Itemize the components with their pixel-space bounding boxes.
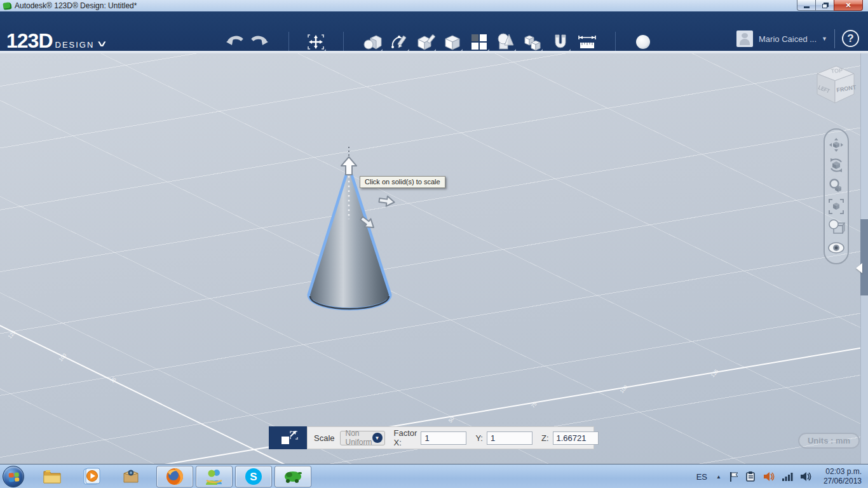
taskbar-box-app[interactable] (118, 466, 144, 487)
toolbar-separator (288, 32, 289, 51)
toolbar-separator (615, 32, 616, 51)
speaker-icon[interactable] (799, 471, 812, 482)
pattern-button[interactable] (468, 30, 491, 53)
pattern-icon (471, 34, 487, 50)
toolbar-separator (343, 32, 344, 51)
grid-lines (0, 53, 868, 464)
combine-button[interactable] (494, 30, 517, 53)
move-icon (307, 32, 325, 51)
selected-cone-solid[interactable] (292, 143, 419, 321)
modify-button[interactable] (441, 30, 464, 53)
undo-icon (226, 34, 245, 50)
sphere-icon (635, 34, 651, 50)
factor-x-input[interactable] (421, 431, 466, 445)
avatar (736, 30, 753, 47)
window-title: Autodesk® 123D® Design: Untitled* (15, 1, 137, 10)
factor-z-label: Z: (541, 433, 549, 443)
redo-icon (250, 34, 269, 50)
taskbar-skype[interactable]: S (235, 466, 272, 487)
network-signal-icon[interactable] (782, 471, 793, 482)
minimize-button[interactable] (797, 0, 816, 11)
primitives-button[interactable] (361, 30, 384, 53)
main-toolbar: 123D DESIGN ˅ (0, 11, 868, 51)
sketch-icon (390, 33, 408, 51)
navigation-toolbar (824, 128, 849, 264)
factor-z-input[interactable] (553, 431, 599, 445)
app-icon (3, 2, 11, 10)
windows-taskbar: S ES ▲ (0, 464, 868, 488)
visibility-eye-icon[interactable] (827, 238, 846, 258)
taskbar-123d-design[interactable] (275, 466, 311, 487)
taskbar-messenger[interactable] (196, 466, 233, 487)
fit-icon[interactable] (827, 196, 846, 217)
pan-icon[interactable] (827, 135, 846, 155)
user-name: Mario Caiced ... (759, 34, 817, 44)
factor-x-label: Factor X: (394, 428, 417, 447)
undo-button[interactable] (224, 30, 247, 53)
action-center-flag-icon[interactable] (729, 471, 739, 482)
scale-tool-button[interactable] (269, 426, 307, 449)
orbit-icon[interactable] (827, 155, 846, 175)
units-button[interactable]: Units : mm (798, 433, 860, 449)
firefox-icon (165, 467, 184, 486)
redo-button[interactable] (248, 30, 271, 53)
folder-icon (43, 468, 62, 485)
minimize-icon (804, 6, 810, 8)
question-icon: ? (847, 32, 853, 45)
app-menu-button[interactable]: 123D DESIGN ˅ (6, 29, 105, 53)
construct-icon (416, 33, 435, 51)
media-player-icon (83, 468, 100, 485)
svg-text:S: S (250, 471, 257, 483)
scale-z-arrow-handle[interactable] (341, 157, 356, 175)
material-button[interactable] (632, 30, 654, 53)
side-panel-thumb[interactable] (860, 219, 868, 295)
close-icon: ✕ (845, 1, 851, 10)
chevron-down-icon: ˅ (98, 39, 106, 50)
scale-mode-dropdown[interactable]: Non Uniform ▼ (340, 431, 385, 445)
tooltip: Click on solid(s) to scale (360, 176, 445, 188)
account-menu[interactable]: Mario Caiced ... ▼ (736, 30, 827, 47)
tray-time: 02:03 p.m. (824, 467, 862, 477)
restore-button[interactable] (816, 0, 834, 11)
primitives-icon (363, 33, 382, 51)
show-hidden-icons[interactable]: ▲ (716, 474, 721, 480)
measure-button[interactable] (576, 30, 599, 53)
grouping-icon (523, 33, 542, 51)
construct-button[interactable] (414, 30, 437, 53)
close-button[interactable]: ✕ (834, 0, 863, 11)
grouping-button[interactable] (521, 30, 544, 53)
snap-button[interactable] (549, 30, 572, 53)
dropdown-chevron-icon: ▼ (372, 433, 383, 443)
restore-icon (822, 4, 827, 8)
help-button[interactable]: ? (842, 30, 859, 47)
panel-expand-arrow-icon[interactable] (856, 263, 862, 273)
box-app-icon (122, 468, 140, 485)
svg-text:TOP: TOP (831, 67, 843, 74)
transform-button[interactable] (304, 30, 327, 53)
sketch-button[interactable] (388, 30, 410, 53)
scale-label: Scale (314, 433, 335, 443)
zoom-icon[interactable] (827, 176, 846, 196)
clock[interactable]: 02:03 p.m. 27/06/2013 (824, 467, 862, 486)
toolbar-separator (834, 29, 835, 48)
factor-y-input[interactable] (487, 431, 532, 445)
taskbar-firefox[interactable] (156, 466, 193, 487)
system-tray: ES ▲ (696, 464, 865, 488)
volume-mixer-icon[interactable] (763, 471, 775, 482)
taskbar-media-player[interactable] (79, 466, 104, 487)
viewport-3d[interactable]: 125 100 75 50 75 100 125 Click on s (0, 53, 868, 464)
window-titlebar: Autodesk® 123D® Design: Untitled* ✕ (0, 0, 868, 11)
ruler-icon (577, 33, 597, 51)
scale-x-arrow-handle[interactable] (379, 195, 395, 207)
magnet-icon (552, 33, 569, 51)
tray-date: 27/06/2013 (824, 477, 862, 486)
clipboard-app-icon[interactable] (745, 471, 756, 482)
taskbar-explorer[interactable] (39, 466, 65, 487)
scale-icon (278, 428, 298, 447)
windows-flag-icon (9, 472, 20, 482)
language-indicator[interactable]: ES (696, 472, 707, 482)
dropdown-caret-icon: ▼ (822, 36, 827, 42)
start-button[interactable] (3, 466, 24, 487)
shade-icon[interactable] (827, 217, 846, 237)
viewcube[interactable]: TOP LEFT FRONT (808, 57, 862, 111)
